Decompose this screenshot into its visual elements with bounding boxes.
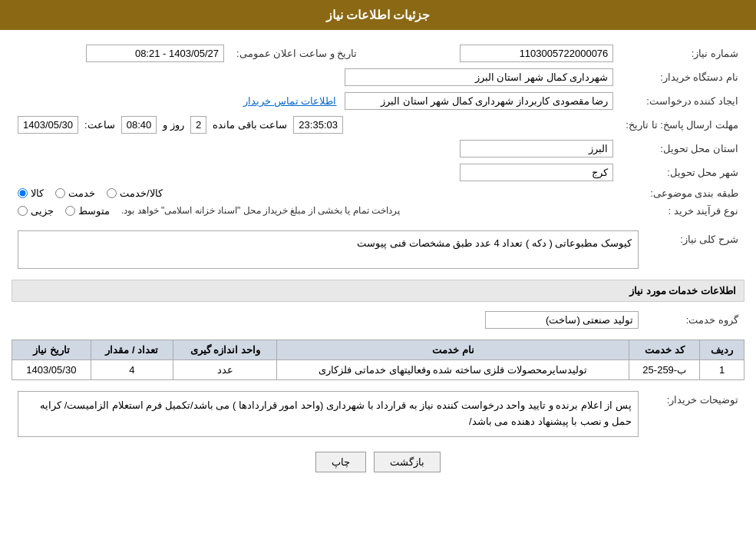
purchase-type-partial[interactable]: جزیی — [18, 205, 54, 217]
time-label: ساعت: — [84, 119, 115, 131]
col-unit: واحد اندازه گیری — [173, 340, 277, 360]
date-value: 1403/05/30 — [18, 116, 78, 134]
contact-link[interactable]: اطلاعات تماس خریدار — [243, 95, 336, 107]
need-description-value: کیوسک مطبوعاتی ( دکه ) تعداد 4 عدد طبق م… — [18, 230, 639, 269]
need-number-value: 1103005722000076 — [460, 45, 613, 62]
page-header: جزئیات اطلاعات نیاز — [0, 0, 756, 30]
purchase-type-radio-partial[interactable] — [18, 206, 28, 216]
print-button[interactable]: چاپ — [315, 452, 366, 472]
purchase-type-medium-label: متوسط — [78, 205, 110, 217]
province-label: استان محل تحویل: — [619, 137, 744, 161]
created-by-label: ایجاد کننده درخواست: — [619, 89, 744, 113]
buyer-notes-label: توضیحات خریدار: — [645, 388, 744, 440]
buyer-org-value: شهرداری کمال شهر استان البرز — [345, 68, 613, 86]
announce-datetime-label: تاریخ و ساعت اعلان عمومی: — [230, 41, 363, 65]
buyer-org-label: نام دستگاه خریدار: — [619, 65, 744, 89]
category-kala[interactable]: کالا — [18, 187, 44, 199]
city-label: شهر محل تحویل: — [619, 161, 744, 184]
col-quantity: تعداد / مقدار — [91, 340, 173, 360]
announce-datetime-value: 1403/05/27 - 08:21 — [86, 45, 224, 62]
services-section-label: اطلاعات خدمات مورد نیاز — [12, 280, 744, 302]
service-group-label: گروه خدمت: — [645, 308, 744, 332]
category-service-label: خدمت — [68, 187, 95, 199]
purchase-type-radio-medium[interactable] — [65, 206, 75, 216]
back-button[interactable]: بازگشت — [374, 452, 441, 472]
col-service-code: کد خدمت — [629, 340, 700, 360]
purchase-type-partial-label: جزیی — [31, 205, 54, 217]
category-radio-kala[interactable] — [18, 188, 28, 198]
time-value: 08:40 — [121, 116, 157, 134]
province-value: البرز — [460, 140, 613, 157]
col-date: تاریخ نیاز — [12, 340, 91, 360]
need-description-label: شرح کلی نیاز: — [645, 227, 744, 272]
cell-quantity: 4 — [91, 360, 173, 380]
col-row: ردیف — [700, 340, 744, 360]
response-deadline-label: مهلت ارسال پاسخ: تا تاریخ: — [619, 113, 744, 137]
service-group-value: تولید صنعتی (ساخت) — [485, 311, 639, 329]
remaining-label: ساعت باقی مانده — [213, 119, 287, 131]
category-kala-service-label: کالا/خدمت — [120, 187, 163, 199]
category-label: طبقه بندی موضوعی: — [619, 184, 744, 202]
cell-service-name: تولیدسایرمحصولات فلزی ساخته شده وفعالیته… — [277, 360, 629, 380]
category-radio-service[interactable] — [55, 188, 65, 198]
button-row: بازگشت چاپ — [12, 452, 744, 472]
col-service-name: نام خدمت — [277, 340, 629, 360]
city-value: کرج — [460, 164, 613, 181]
table-row: 1 ب-259-25 تولیدسایرمحصولات فلزی ساخته ش… — [12, 360, 744, 380]
cell-date: 1403/05/30 — [12, 360, 91, 380]
category-kala-label: کالا — [31, 187, 44, 199]
created-by-value: رضا مقصودی کاربرداز شهرداری کمال شهر است… — [345, 92, 613, 110]
cell-row: 1 — [700, 360, 744, 380]
purchase-type-medium[interactable]: متوسط — [65, 205, 110, 217]
page-title: جزئیات اطلاعات نیاز — [326, 8, 431, 22]
purchase-type-label: نوع فرآیند خرید : — [619, 202, 744, 220]
day-count: 2 — [190, 116, 206, 134]
need-number-label: شماره نیاز: — [619, 41, 744, 65]
remaining-time: 23:35:03 — [293, 116, 343, 134]
category-kala-service[interactable]: کالا/خدمت — [107, 187, 163, 199]
purchase-note: پرداخت تمام یا بخشی از مبلغ خریداز محل "… — [121, 205, 400, 216]
category-service[interactable]: خدمت — [55, 187, 95, 199]
services-table: ردیف کد خدمت نام خدمت واحد اندازه گیری ت… — [12, 340, 744, 380]
category-radio-kala-service[interactable] — [107, 188, 117, 198]
day-label: روز و — [163, 119, 184, 131]
buyer-notes-value: پس از اعلام برنده و تایید واحد درخواست ک… — [18, 391, 639, 437]
cell-unit: عدد — [173, 360, 277, 380]
cell-service-code: ب-259-25 — [629, 360, 700, 380]
